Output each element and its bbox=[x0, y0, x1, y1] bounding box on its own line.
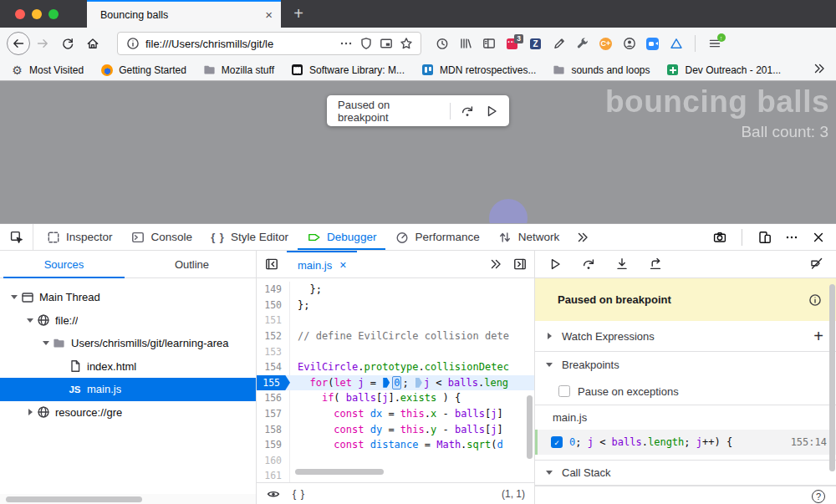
responsive-mode-icon[interactable] bbox=[757, 230, 772, 244]
contrast-checker-icon[interactable]: C+ bbox=[599, 37, 613, 51]
page-actions-icon[interactable] bbox=[339, 37, 353, 51]
sources-hscrollbar-thumb[interactable] bbox=[6, 496, 142, 502]
caret-right-icon[interactable] bbox=[543, 333, 555, 339]
close-window-button[interactable] bbox=[15, 9, 25, 19]
bookmark-item[interactable]: Software Library: M... bbox=[290, 63, 405, 77]
watch-expressions-header[interactable]: Watch Expressions + bbox=[535, 321, 836, 352]
devtools-tab-inspector[interactable]: Inspector bbox=[37, 224, 122, 250]
call-stack-header[interactable]: Call Stack bbox=[535, 460, 836, 486]
reload-button[interactable] bbox=[55, 31, 80, 56]
devtools-tab-style-editor[interactable]: { }Style Editor bbox=[201, 224, 298, 250]
gutter-cell[interactable]: 157 bbox=[257, 406, 290, 422]
bookmark-item[interactable]: ⚙Most Visited bbox=[10, 63, 84, 77]
overlay-resume-icon[interactable] bbox=[485, 104, 498, 118]
code-line-text[interactable]: // define EvilCircle collision dete bbox=[290, 330, 509, 342]
sidebar-icon[interactable] bbox=[482, 37, 496, 51]
bookmark-item[interactable]: sounds and loops bbox=[552, 63, 650, 77]
info-icon[interactable] bbox=[808, 293, 822, 307]
more-tools-chevron[interactable] bbox=[568, 224, 596, 250]
hamburger-menu-icon[interactable]: ↑ bbox=[707, 37, 721, 51]
browser-tab[interactable]: Bouncing balls × bbox=[87, 0, 281, 28]
code-line-text[interactable]: }; bbox=[290, 283, 322, 295]
tab-close-icon[interactable]: × bbox=[265, 8, 273, 21]
code-line-text[interactable]: EvilCircle.prototype.collisionDetec bbox=[290, 361, 509, 373]
overlay-step-over-icon[interactable] bbox=[461, 104, 474, 118]
url-text[interactable]: file:///Users/chrismills/git/le bbox=[145, 38, 333, 50]
screenshot-camera-icon[interactable] bbox=[712, 230, 726, 244]
code-line-text[interactable]: if( balls[j].exists ) { bbox=[290, 392, 461, 404]
column-breakpoint-marker[interactable] bbox=[383, 378, 390, 388]
step-out-button[interactable] bbox=[648, 257, 662, 272]
editor-vscrollbar-thumb[interactable] bbox=[527, 395, 533, 459]
breakpoint-entry[interactable]: ✓ 0; j < balls.length; j++) { 155:14 bbox=[535, 430, 836, 455]
devtools-tab-debugger[interactable]: Debugger bbox=[298, 224, 385, 250]
tree-row-main-js[interactable]: JSmain.js bbox=[0, 378, 256, 401]
caret-down-icon[interactable] bbox=[543, 471, 555, 475]
bookmark-item[interactable]: Getting Started bbox=[99, 63, 186, 77]
breakpoints-header[interactable]: Breakpoints bbox=[535, 352, 836, 378]
zotero-icon[interactable]: Z bbox=[528, 37, 543, 51]
bookmark-item[interactable]: MDN retrospectives... bbox=[421, 63, 536, 77]
bookmark-item[interactable]: Mozilla stuff bbox=[202, 63, 274, 77]
devtools-close-icon[interactable] bbox=[811, 230, 825, 244]
developer-wrench-icon[interactable] bbox=[575, 37, 589, 51]
devtools-menu-icon[interactable] bbox=[784, 230, 798, 244]
expand-panel-icon[interactable] bbox=[512, 257, 527, 272]
library-icon[interactable] bbox=[458, 37, 472, 51]
gutter-cell[interactable]: 161 bbox=[257, 468, 290, 482]
pick-element-button[interactable] bbox=[0, 224, 33, 250]
devtools-tab-console[interactable]: Console bbox=[122, 224, 202, 250]
tree-row-users-chrismills-git-learning-area[interactable]: Users/chrismills/git/learning-area bbox=[0, 332, 256, 355]
account-icon[interactable] bbox=[622, 37, 636, 51]
breakpoint-checkbox[interactable]: ✓ bbox=[551, 436, 563, 448]
notes-pencil-icon[interactable] bbox=[552, 37, 566, 51]
extension-badge-icon[interactable]: ···3 bbox=[505, 37, 519, 51]
debugger-vscrollbar-thumb[interactable] bbox=[829, 284, 835, 471]
step-in-button[interactable] bbox=[614, 257, 629, 272]
eye-icon[interactable] bbox=[266, 486, 280, 501]
resume-button[interactable] bbox=[548, 257, 562, 272]
code-line-text[interactable]: const dx = this.x - balls[j] bbox=[290, 408, 503, 420]
gutter-cell[interactable]: 160 bbox=[257, 453, 290, 469]
tab-sources[interactable]: Sources bbox=[0, 251, 128, 277]
devtools-tab-performance[interactable]: Performance bbox=[385, 224, 488, 250]
tree-row-main-thread[interactable]: Main Thread bbox=[0, 286, 256, 309]
tab-outline[interactable]: Outline bbox=[128, 251, 256, 277]
editor-hscrollbar-thumb[interactable] bbox=[295, 469, 384, 475]
gutter-cell[interactable]: 149 bbox=[257, 282, 290, 298]
code-line-text[interactable]: for(let j = 0; j < balls.leng bbox=[290, 377, 508, 389]
code-line-text[interactable]: const distance = Math.sqrt(d bbox=[290, 439, 503, 451]
prettify-button[interactable]: { } bbox=[293, 488, 305, 500]
add-watch-expression-button[interactable]: + bbox=[813, 328, 823, 344]
code-editor[interactable]: 149 };150};151152// define EvilCircle co… bbox=[257, 278, 534, 482]
gutter-cell[interactable]: 152 bbox=[257, 328, 290, 344]
pocket-icon[interactable] bbox=[379, 37, 393, 51]
gutter-cell[interactable]: 159 bbox=[257, 437, 290, 453]
help-icon[interactable]: ? bbox=[812, 490, 825, 503]
new-tab-button[interactable]: + bbox=[281, 0, 316, 28]
devtools-tab-network[interactable]: Network bbox=[489, 224, 569, 250]
breakpoint-source-heading[interactable]: main.js bbox=[535, 405, 836, 430]
caret-down-icon[interactable] bbox=[543, 363, 555, 367]
collapse-panel-button[interactable] bbox=[257, 251, 287, 277]
editor-tab-mainjs[interactable]: main.js × bbox=[287, 251, 357, 277]
minimize-window-button[interactable] bbox=[32, 9, 42, 19]
column-breakpoint-marker[interactable] bbox=[415, 378, 422, 388]
forward-button[interactable] bbox=[30, 31, 55, 56]
tree-row-file-[interactable]: file:// bbox=[0, 309, 256, 333]
video-call-icon[interactable] bbox=[645, 37, 660, 51]
pause-on-exceptions-row[interactable]: Pause on exceptions bbox=[535, 378, 836, 405]
gutter-cell[interactable]: 158 bbox=[257, 421, 290, 437]
tree-row-index-html[interactable]: index.html bbox=[0, 355, 256, 379]
caret-right-icon[interactable] bbox=[24, 409, 36, 415]
shield-icon[interactable] bbox=[359, 37, 373, 51]
history-icon[interactable] bbox=[435, 37, 449, 51]
home-button[interactable] bbox=[80, 31, 105, 56]
caret-down-icon[interactable] bbox=[8, 295, 20, 299]
gutter-cell[interactable]: 151 bbox=[257, 313, 290, 328]
gutter-cell[interactable]: 156 bbox=[257, 390, 290, 406]
double-chevron-icon[interactable] bbox=[488, 257, 502, 272]
tree-row-resource-gre[interactable]: resource://gre bbox=[0, 401, 256, 425]
caret-down-icon[interactable] bbox=[40, 341, 52, 345]
bookmark-item[interactable]: Dev Outreach - 201... bbox=[665, 63, 781, 77]
